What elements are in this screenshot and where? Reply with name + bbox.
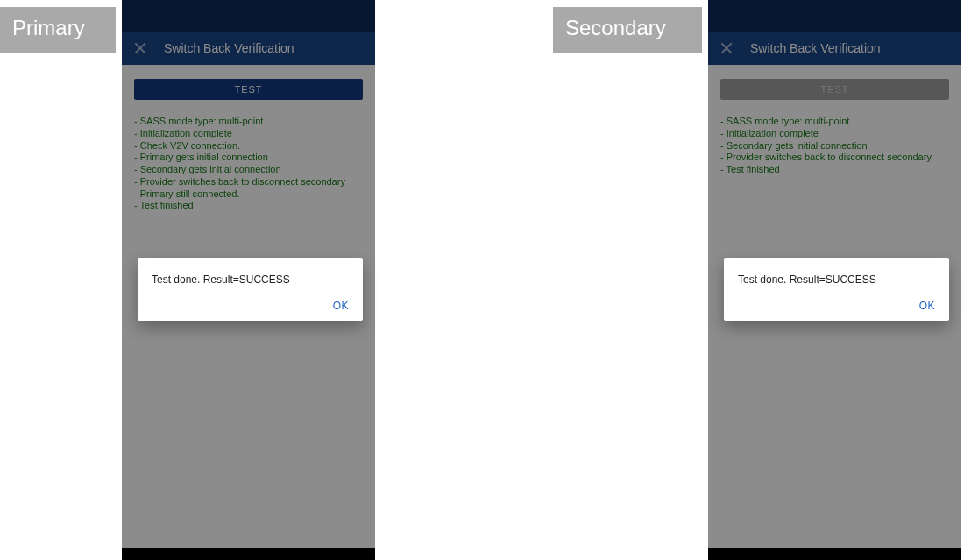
log-line: Secondary gets initial connection xyxy=(720,140,949,152)
status-bar xyxy=(122,0,375,32)
phone-secondary: Switch Back Verification TEST SASS mode … xyxy=(708,0,961,560)
close-icon[interactable] xyxy=(134,42,146,54)
dialog-ok-button[interactable]: OK xyxy=(919,300,935,312)
dialog-message: Test done. Result=SUCCESS xyxy=(152,273,349,286)
nav-bar xyxy=(122,548,375,560)
log-line: Initialization complete xyxy=(720,128,949,140)
log-line: Secondary gets initial connection xyxy=(134,164,363,176)
app-bar: Switch Back Verification xyxy=(122,32,375,65)
phone-primary: Switch Back Verification TEST SASS mode … xyxy=(122,0,375,560)
log-line: SASS mode type: multi-point xyxy=(720,116,949,128)
log-line: Primary gets initial connection xyxy=(134,152,363,164)
page-title: Switch Back Verification xyxy=(750,41,881,55)
status-bar xyxy=(708,0,961,32)
dialog-message: Test done. Result=SUCCESS xyxy=(738,273,935,286)
log-line: SASS mode type: multi-point xyxy=(134,116,363,128)
tag-secondary: Secondary xyxy=(553,7,702,53)
log-line: Test finished xyxy=(720,164,949,176)
page-title: Switch Back Verification xyxy=(164,41,294,55)
tag-primary: Primary xyxy=(0,7,116,53)
log-output: SASS mode type: multi-pointInitializatio… xyxy=(720,116,949,176)
nav-bar xyxy=(708,548,961,560)
test-button[interactable]: TEST xyxy=(134,79,363,100)
log-line: Provider switches back to disconnect sec… xyxy=(134,176,363,188)
result-dialog: Test done. Result=SUCCESS OK xyxy=(724,258,949,321)
log-line: Primary still connected. xyxy=(134,188,363,201)
test-button: TEST xyxy=(720,79,949,100)
log-line: Test finished xyxy=(134,200,363,212)
result-dialog: Test done. Result=SUCCESS OK xyxy=(138,258,363,321)
log-line: Provider switches back to disconnect sec… xyxy=(720,152,949,164)
app-bar: Switch Back Verification xyxy=(708,32,961,65)
log-line: Check V2V connection. xyxy=(134,140,363,152)
log-line: Initialization complete xyxy=(134,128,363,140)
dialog-ok-button[interactable]: OK xyxy=(333,300,349,312)
log-output: SASS mode type: multi-pointInitializatio… xyxy=(134,116,363,212)
close-icon[interactable] xyxy=(720,42,733,54)
